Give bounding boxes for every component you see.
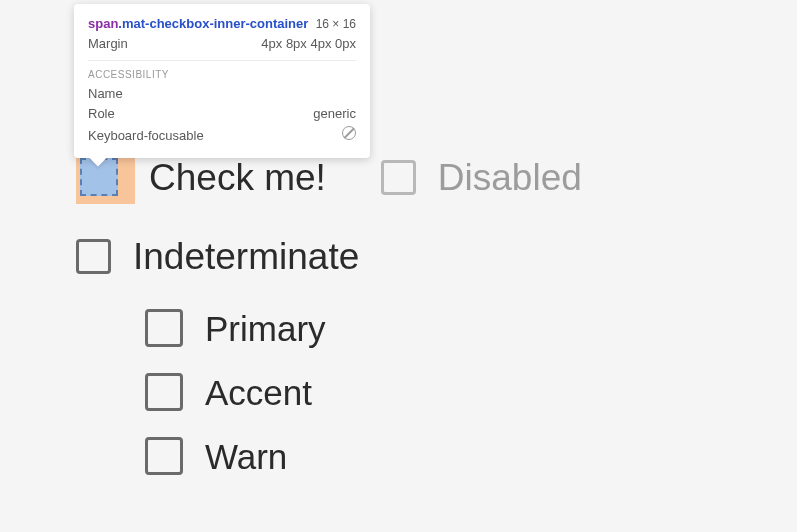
checkbox-box (145, 437, 183, 475)
tooltip-tag: span (88, 16, 118, 31)
tooltip-selector: span.mat-checkbox-inner-container (88, 14, 308, 34)
tooltip-role-value: generic (313, 104, 356, 124)
checkbox-checkme[interactable]: Check me! (76, 150, 326, 204)
checkbox-indeterminate[interactable]: Indeterminate (76, 238, 359, 275)
checkbox-box (145, 373, 183, 411)
checkbox-accent[interactable]: Accent (145, 373, 312, 411)
tooltip-name-label: Name (88, 84, 123, 104)
checkbox-disabled: Disabled (381, 159, 582, 196)
tooltip-divider (88, 60, 356, 61)
tooltip-dimensions: 16 × 16 (316, 14, 356, 34)
checkbox-label: Accent (205, 375, 312, 410)
prohibit-icon (342, 126, 356, 140)
checkbox-primary[interactable]: Primary (145, 309, 326, 347)
tooltip-margin-value: 4px 8px 4px 0px (261, 34, 356, 54)
tooltip-kbf-label: Keyboard-focusable (88, 126, 204, 146)
checkbox-label: Primary (205, 311, 326, 346)
devtools-inspect-tooltip: span.mat-checkbox-inner-container 16 × 1… (74, 4, 370, 158)
checkbox-label: Indeterminate (133, 238, 359, 275)
tooltip-class: .mat-checkbox-inner-container (118, 16, 308, 31)
checkbox-box (381, 160, 416, 195)
checkbox-warn[interactable]: Warn (145, 437, 287, 475)
tooltip-section-heading: ACCESSIBILITY (88, 69, 356, 80)
checkbox-box (145, 309, 183, 347)
checkbox-label: Check me! (149, 159, 326, 196)
checkbox-label: Warn (205, 439, 287, 474)
checkbox-box (76, 239, 111, 274)
checkbox-label: Disabled (438, 159, 582, 196)
tooltip-role-label: Role (88, 104, 115, 124)
tooltip-margin-label: Margin (88, 34, 128, 54)
